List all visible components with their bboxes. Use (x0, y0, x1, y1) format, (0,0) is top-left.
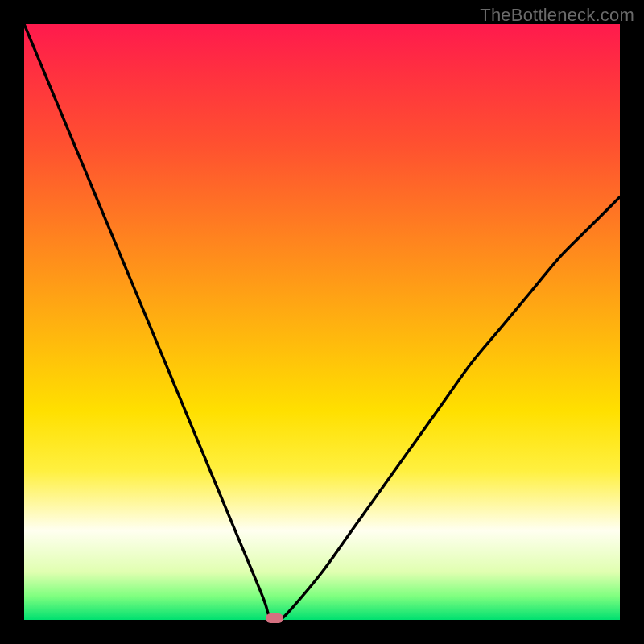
chart-frame: TheBottleneck.com (0, 0, 644, 644)
bottleneck-curve (24, 24, 620, 620)
watermark-text: TheBottleneck.com (480, 5, 634, 26)
optimum-marker (266, 613, 283, 623)
plot-area (24, 24, 620, 620)
